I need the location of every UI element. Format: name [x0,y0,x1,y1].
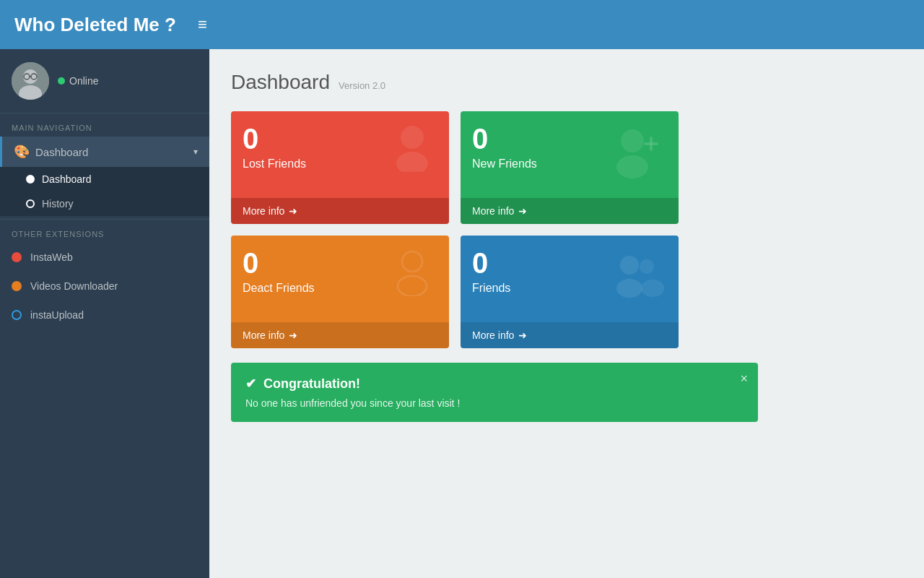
sub-circle-history [26,199,35,208]
user-info: Online [58,75,98,87]
top-header: Who Deleted Me ? ≡ [0,0,924,49]
sidebar-item-history[interactable]: History [0,191,209,216]
card-lost-friends[interactable]: 0 Lost Friends More info ➜ [231,111,449,224]
dashboard-icon: 🎨 [14,144,28,160]
user-section: Online [0,49,209,113]
ext-item-instaweb[interactable]: InstaWeb [0,243,209,272]
ext-item-videos-downloader[interactable]: Videos Downloader [0,272,209,301]
svg-point-15 [616,279,642,298]
other-ext-label: Other extensions [0,219,209,243]
sidebar-item-dashboard-sub[interactable]: Dashboard [0,167,209,191]
app-title: Who Deleted Me ? [14,14,176,36]
card-lost-friends-body: 0 Lost Friends [231,111,449,198]
arrow-circle-icon-4: ➜ [518,329,527,341]
sub-nav: Dashboard History [0,167,209,216]
instaweb-label: InstaWeb [30,251,73,263]
avatar [12,62,49,100]
cards-grid: 0 Lost Friends More info ➜ [231,111,679,348]
sidebar: Online MAIN NAVIGATION 🎨 Dashboard ▾ Das… [0,49,209,578]
sidebar-item-dashboard[interactable]: 🎨 Dashboard ▾ [0,137,209,167]
congrat-message: No one has unfriended you since your las… [245,397,744,409]
card-deact-friends-body: 0 Deact Friends [231,236,449,322]
videos-downloader-label: Videos Downloader [30,280,118,292]
sub-circle-dashboard [26,175,35,184]
svg-point-14 [620,256,639,275]
instaweb-dot [12,252,22,262]
version-badge: Version 2.0 [339,80,385,91]
arrow-circle-icon-3: ➜ [289,329,297,341]
person-plus-icon [609,121,667,182]
people-icon [609,246,667,306]
videos-downloader-dot [12,281,22,291]
sidebar-dashboard-label: Dashboard [35,146,88,158]
online-dot [58,77,65,85]
page-title: Dashboard [231,71,330,94]
deact-friends-more-info[interactable]: More info ➜ [231,322,449,348]
instaupload-dot [12,310,22,320]
arrow-circle-icon-2: ➜ [518,205,527,217]
checkmark-icon: ✔ [245,376,256,392]
online-label: Online [69,75,98,87]
lost-friends-more-info[interactable]: More info ➜ [231,198,449,224]
main-nav-label: MAIN NAVIGATION [0,113,209,137]
friends-more-info[interactable]: More info ➜ [461,322,679,348]
content-area: Dashboard Version 2.0 0 Lost Friends [209,49,924,578]
close-banner-button[interactable]: × [740,371,748,387]
svg-point-6 [401,126,424,149]
svg-point-17 [641,280,664,297]
svg-point-12 [402,251,422,272]
card-friends[interactable]: 0 Friends More info ➜ [461,236,679,348]
hamburger-icon[interactable]: ≡ [198,15,207,34]
chevron-down-icon: ▾ [193,147,198,157]
svg-point-8 [621,129,644,152]
instaupload-label: instaUpload [30,309,84,321]
sub-dashboard-label: Dashboard [42,173,92,185]
arrow-circle-icon: ➜ [289,205,297,217]
card-friends-body: 0 Friends [461,236,679,322]
congrat-title: ✔ Congratulation! [245,376,744,392]
card-deact-friends[interactable]: 0 Deact Friends More info ➜ [231,236,449,348]
congrat-banner: ✔ Congratulation! No one has unfriended … [231,363,758,422]
new-friends-more-info[interactable]: More info ➜ [461,198,679,224]
person-deact-icon [387,246,437,299]
page-title-row: Dashboard Version 2.0 [231,71,902,94]
ext-item-instaupload[interactable]: instaUpload [0,301,209,329]
person-icon [387,121,437,175]
svg-point-9 [616,155,648,178]
svg-point-13 [398,276,427,296]
card-new-friends-body: 0 New Friends [461,111,679,198]
svg-point-16 [640,259,654,274]
sub-history-label: History [42,198,74,210]
card-new-friends[interactable]: 0 New Friends More info ➜ [461,111,679,224]
svg-point-7 [396,152,428,172]
